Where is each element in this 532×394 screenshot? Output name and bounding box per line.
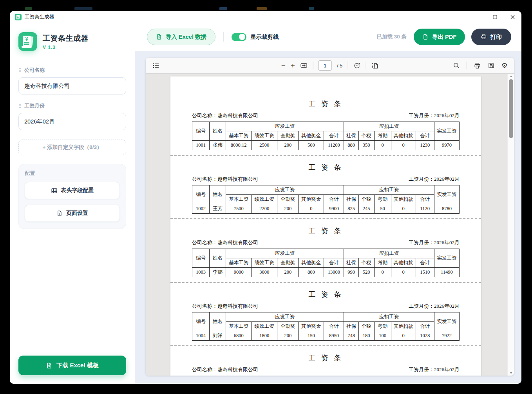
payslip-title: 工 资 条 [192,290,460,299]
rotate-button[interactable] [353,62,360,69]
app-window: ¥ 工资条生成器 [10,11,521,384]
pdf-save-button[interactable] [488,62,495,69]
payslip-title: 工 资 条 [192,353,460,363]
scroll-down-arrow[interactable]: ▼ [508,371,514,375]
payslip-cell: 9900 [324,204,344,214]
payslip-3: 工 资 条公司名称：趣奇科技有限公司工资月份：2026年02月编号姓名应发工资应… [170,219,481,283]
drag-handle-icon[interactable] [18,103,22,108]
payslip-subheader-cell: 全勤奖 [277,322,299,331]
pdf-file-icon [422,34,429,40]
payslip-header-cell: 应扣工资 [344,249,434,258]
app-title: 工资条生成器 [43,33,89,44]
payslip-title: 工 资 条 [192,226,460,236]
search-button[interactable] [453,62,460,69]
scrollbar-thumb[interactable] [509,79,513,138]
maximize-icon [493,15,497,19]
table-icon [51,187,58,194]
payslip-cell: 1800 [252,331,277,341]
page-number-input[interactable] [318,60,332,71]
payslip-cell: 李娜 [210,268,226,277]
maximize-button[interactable] [486,11,504,23]
import-excel-button[interactable]: 导入 Excel 数据 [147,29,215,45]
payslip-subheader-cell: 其他奖金 [299,131,324,141]
payslip-header-cell: 实发工资 [434,185,459,204]
salary-month-input[interactable] [18,113,126,130]
page-settings-button[interactable]: 页面设置 [25,205,120,222]
printer-icon [481,34,487,40]
payslip-cell: 8780 [434,204,459,214]
fit-width-icon [300,62,308,69]
document-icon [56,210,63,216]
company-name-input[interactable] [18,77,126,94]
two-page-view-icon [371,62,378,69]
page-settings-label: 页面设置 [66,210,88,217]
payslip-subheader-cell: 考勤 [374,258,391,268]
payslip-subheader-cell: 合计 [324,131,344,141]
pdf-print-button[interactable] [474,62,481,69]
minimize-button[interactable] [469,11,486,23]
payslip-header-cell: 编号 [192,185,210,204]
payslip-4: 工 资 条公司名称：趣奇科技有限公司工资月份：2026年02月编号姓名应发工资应… [170,283,481,346]
payslip-header-cell: 编号 [192,312,210,331]
scroll-up-arrow[interactable]: ▲ [508,74,514,78]
pdf-viewer-wrap: − + / 5 [135,51,521,384]
toc-sidebar-button[interactable] [152,62,159,69]
vertical-scrollbar[interactable]: ▲ ▼ [507,74,514,376]
header-fields-config-button[interactable]: 表头字段配置 [25,182,120,199]
payslip-cell: 0 [374,268,391,277]
payslip-company: 公司名称：趣奇科技有限公司 [192,239,258,246]
payslip-cell: 1001 [192,141,210,150]
payslip-header-cell: 实发工资 [434,122,459,141]
pdf-viewer: − + / 5 [146,58,514,376]
payslip-cell: 8000.12 [226,141,252,150]
download-excel-template-button[interactable]: 下载 Excel 模板 [18,356,126,375]
payslip-subheader-cell: 合计 [416,131,434,141]
cutline-toggle[interactable] [232,33,246,41]
payslip-data-row: 1003李娜9000300020080013000990520001510114… [192,268,460,277]
payslip-cell: 825 [344,204,358,214]
payslip-cell: 2500 [252,141,277,150]
payslip-subheader-cell: 考勤 [374,195,391,204]
fit-width-button[interactable] [300,62,308,69]
payslip-cell: 0 [299,204,324,214]
payslip-meta-row: 公司名称：趣奇科技有限公司工资月份：2026年02月 [192,176,460,183]
payslip-subheader-cell: 其他扣款 [391,322,416,331]
payslip-cell: 2200 [252,204,277,214]
payslip-subheader-cell: 合计 [324,322,344,331]
drag-handle-icon[interactable] [18,68,22,73]
payslip-month: 工资月份：2026年02月 [409,303,460,310]
payslip-subheader-cell: 绩效工资 [252,195,277,204]
print-label: 打印 [490,33,502,41]
payslip-subheader-cell: 考勤 [374,131,391,141]
add-custom-field-button[interactable]: + 添加自定义字段（0/3） [18,140,126,155]
page-total-label: / 5 [337,63,342,69]
page-view-button[interactable] [371,62,378,69]
close-button[interactable] [504,11,521,23]
payslip-cell: 800 [299,268,324,277]
zoom-out-button[interactable]: − [281,62,286,69]
payslip-cell: 1230 [416,141,434,150]
payslip-cell: 1510 [416,268,434,277]
pdf-settings-button[interactable]: ⚙ [501,62,508,69]
zoom-in-button[interactable]: + [291,62,295,69]
payslip-subheader-cell: 合计 [324,258,344,268]
minimize-icon [475,15,480,19]
payslip-subheader-cell: 其他奖金 [299,195,324,204]
window-controls [469,11,521,23]
company-name-label-row: 公司名称 [18,67,126,74]
print-button[interactable]: 打印 [471,29,511,45]
payslip-subheader-cell: 其他扣款 [391,131,416,141]
payslip-table: 编号姓名应发工资应扣工资实发工资基本工资绩效工资全勤奖其他奖金合计社保个税考勤其… [192,312,460,341]
desktop-icon [25,7,32,10]
import-excel-label: 导入 Excel 数据 [166,33,206,41]
app-icon: ¥ [15,14,22,20]
payslip-subheader-cell: 个税 [358,258,374,268]
sidebar: ¥ 工资条生成器 V 1.3 公司名称 [10,23,135,384]
export-pdf-button[interactable]: 导出 PDF [414,29,465,45]
payslip-data-row: 1002王芳750022002000990082524550011208780 [192,204,460,214]
payslip-subheader-cell: 社保 [344,258,358,268]
payslip-cell: 1120 [416,204,434,214]
desktop-icon [74,7,92,10]
payslip-cell: 100 [374,331,391,341]
payslip-cell: 500 [299,141,324,150]
